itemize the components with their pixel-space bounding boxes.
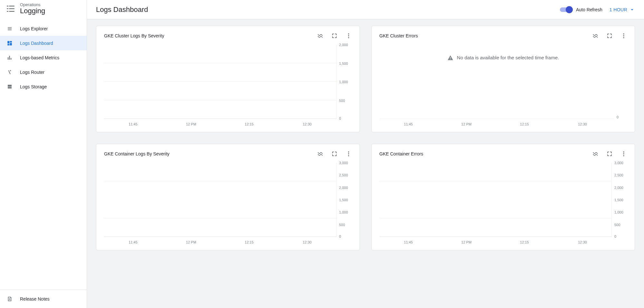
- svg-point-14: [348, 155, 349, 156]
- card-title: GKE Container Errors: [380, 151, 423, 156]
- x-axis: 11:4512 PM12:1512:30: [380, 119, 627, 126]
- more-button[interactable]: [345, 151, 352, 157]
- chart-plot: 2,0001,5001,0005000: [104, 45, 352, 119]
- sidebar-item-logs-storage[interactable]: Logs Storage: [0, 79, 87, 94]
- fullscreen-button[interactable]: [606, 33, 613, 39]
- more-icon: [345, 33, 352, 39]
- chart-view-button[interactable]: [592, 33, 599, 39]
- x-tick: 12:30: [553, 240, 611, 244]
- x-tick: 12:15: [220, 240, 278, 244]
- empty-state: No data is available for the selected ti…: [380, 39, 627, 76]
- sidebar-item-label: Logs-based Metrics: [20, 55, 59, 60]
- topbar: Logs Dashboard Auto Refresh 1 HOUR: [87, 0, 644, 19]
- x-tick: 12:30: [278, 122, 336, 126]
- sidebar-nav: Logs ExplorerLogs DashboardLogs-based Me…: [0, 20, 87, 94]
- card-actions: [592, 33, 627, 39]
- chart-bars: [104, 45, 336, 119]
- svg-rect-5: [9, 11, 14, 12]
- bars-icon: [6, 55, 13, 61]
- fullscreen-icon: [331, 151, 338, 157]
- svg-rect-4: [7, 11, 8, 12]
- y-axis: 2,0001,5001,0005000: [336, 45, 352, 119]
- fullscreen-button[interactable]: [606, 151, 613, 157]
- card-gke-cluster-errors: GKE Cluster ErrorsNo data is available f…: [371, 26, 635, 132]
- x-tick: 11:45: [380, 122, 437, 126]
- card-actions: [592, 151, 627, 157]
- sidebar-item-logs-dashboard[interactable]: Logs Dashboard: [0, 36, 87, 50]
- x-tick: 12:15: [495, 122, 553, 126]
- card-title: GKE Cluster Logs By Severity: [104, 33, 164, 38]
- svg-point-11: [623, 37, 624, 38]
- more-icon: [620, 33, 627, 39]
- x-tick: 12 PM: [162, 122, 220, 126]
- toggle-thumb: [566, 6, 573, 13]
- x-tick: 12:15: [220, 122, 278, 126]
- x-axis: 11:4512 PM12:1512:30: [104, 119, 352, 126]
- fullscreen-button[interactable]: [331, 33, 338, 39]
- chart-view-button[interactable]: [317, 33, 323, 39]
- chevron-down-icon: [629, 7, 635, 13]
- svg-point-17: [623, 155, 624, 156]
- card-title: GKE Container Logs By Severity: [104, 151, 169, 156]
- chart: 2,0001,5001,000500011:4512 PM12:1512:30: [104, 39, 352, 126]
- sidebar-item-label: Logs Explorer: [20, 26, 48, 31]
- more-icon: [620, 151, 627, 157]
- auto-refresh-toggle[interactable]: [560, 6, 573, 13]
- legend-icon: [317, 151, 323, 157]
- chart-view-button[interactable]: [592, 151, 599, 157]
- x-tick: 12 PM: [162, 240, 220, 244]
- brand-title: Logging: [20, 7, 45, 15]
- svg-point-13: [348, 153, 349, 154]
- sidebar-item-label: Logs Router: [20, 70, 44, 75]
- card-gke-cluster-severity: GKE Cluster Logs By Severity2,0001,5001,…: [96, 26, 360, 132]
- card-gke-container-errors: GKE Container Errors3,0002,5002,0001,500…: [371, 144, 635, 250]
- page-title: Logs Dashboard: [96, 5, 148, 14]
- card-title: GKE Cluster Errors: [380, 33, 418, 38]
- x-tick: 12:30: [278, 240, 336, 244]
- svg-point-9: [623, 34, 624, 35]
- storage-icon: [6, 84, 13, 90]
- dashboard-icon: [6, 40, 13, 46]
- route-icon: [6, 69, 13, 75]
- more-button[interactable]: [620, 33, 627, 39]
- y-axis: 3,0002,5002,0001,5001,0005000: [336, 163, 352, 237]
- list-icon: [6, 26, 13, 32]
- svg-point-8: [348, 37, 349, 38]
- fullscreen-button[interactable]: [331, 151, 338, 157]
- time-range-label: 1 HOUR: [610, 7, 627, 12]
- sidebar-item-label: Release Notes: [20, 296, 50, 302]
- svg-rect-3: [9, 8, 14, 9]
- svg-rect-2: [7, 8, 8, 9]
- sidebar-item-logs-based-metrics[interactable]: Logs-based Metrics: [0, 50, 87, 65]
- svg-point-16: [623, 153, 624, 154]
- card-grid: GKE Cluster Logs By Severity2,0001,5001,…: [96, 26, 635, 259]
- card-actions: [317, 33, 352, 39]
- fullscreen-icon: [606, 33, 613, 39]
- svg-point-15: [623, 152, 624, 153]
- more-button[interactable]: [345, 33, 352, 39]
- svg-point-6: [348, 34, 349, 35]
- warning-icon: [447, 55, 454, 61]
- brand-subtitle: Operations: [20, 3, 45, 7]
- legend-icon: [592, 151, 599, 157]
- card-header: GKE Container Errors: [380, 151, 627, 157]
- y-tick: 0: [614, 115, 627, 119]
- card-header: GKE Container Logs By Severity: [104, 151, 352, 157]
- auto-refresh: Auto Refresh: [560, 6, 602, 13]
- svg-point-12: [348, 152, 349, 153]
- svg-rect-0: [7, 6, 8, 6]
- sidebar-item-release-notes[interactable]: Release Notes: [0, 290, 87, 308]
- card-header: GKE Cluster Errors: [380, 33, 627, 39]
- time-range-selector[interactable]: 1 HOUR: [610, 7, 635, 13]
- x-tick: 11:45: [104, 122, 162, 126]
- more-button[interactable]: [620, 151, 627, 157]
- sidebar-footer: Release Notes: [0, 290, 87, 308]
- x-tick: 11:45: [380, 240, 437, 244]
- sidebar-item-logs-explorer[interactable]: Logs Explorer: [0, 21, 87, 36]
- operations-logo-icon: [6, 4, 15, 14]
- chart-bars: [380, 119, 614, 119]
- chart-view-button[interactable]: [317, 151, 323, 157]
- sidebar-item-logs-router[interactable]: Logs Router: [0, 65, 87, 79]
- topbar-right: Auto Refresh 1 HOUR: [560, 6, 635, 13]
- chart: 3,0002,5002,0001,5001,000500011:4512 PM1…: [380, 157, 627, 244]
